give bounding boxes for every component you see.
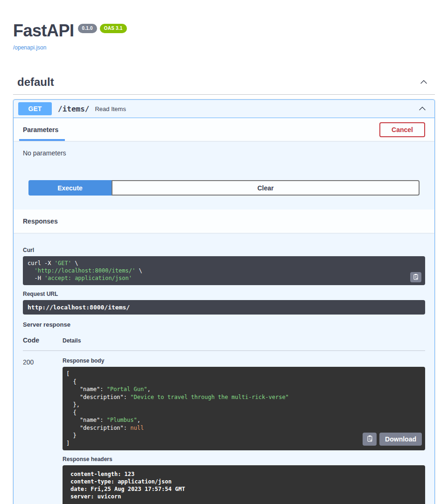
openapi-spec-link[interactable]: /openapi.json [13,44,46,51]
response-body-label: Response body [63,357,425,364]
server-response-label: Server response [23,321,425,328]
opblock-summary[interactable]: GET /items/ Read Items [14,100,434,118]
code-token: , [147,386,150,392]
response-body-actions: Download [363,433,422,446]
swagger-ui-page: FastAPI 0.1.0 OAS 3.1 /openapi.json defa… [0,0,448,504]
chevron-up-icon [418,108,427,115]
tag-section-header[interactable]: default [13,76,435,95]
active-tab-underline [19,139,65,141]
operation-summary: Read Items [95,105,126,112]
tab-parameters[interactable]: Parameters [23,126,58,133]
oas-badge: OAS 3.1 [100,24,127,33]
code-token-key: "description": [66,425,130,431]
code-line: "description": "Device to travel through… [66,393,420,401]
tag-title: default [17,76,54,89]
code-token-key: "name": [66,386,107,392]
code-line: date: Fri,25 Aug 2023 17:57:54 GMT [70,485,420,493]
code-line: "description": null [66,424,420,432]
code-token-key: "name": [66,417,107,423]
code-token-null: null [130,425,144,431]
code-token: -H [28,275,44,281]
responses-title: Responses [23,217,58,225]
code-token: , [137,417,140,423]
clipboard-copy-icon [413,273,419,281]
response-headers-block: content-length: 123content-type: applica… [63,465,425,504]
download-button[interactable]: Download [379,433,422,446]
request-url-value: http://localhost:8000/items/ [23,300,425,315]
clear-button[interactable]: Clear [112,180,420,196]
execute-button[interactable]: Execute [28,180,112,196]
code-token: [ [66,371,70,377]
code-line: { [66,409,420,417]
code-token-string: "Plumbus" [107,417,137,423]
response-details: Response body [ { "name": "Portal Gun", … [63,357,425,504]
code-token-string: "Portal Gun" [107,386,147,392]
code-token-string: "Device to travel through the multi-rick… [130,394,289,400]
api-title: FastAPI [13,22,74,39]
parameters-body: No parameters Execute Clear [14,141,434,210]
code-line: content-type: application/json [70,478,420,485]
opblock-get-items: GET /items/ Read Items Parameters Cancel… [13,99,435,504]
responses-header: Responses [14,210,434,233]
code-token: { [66,409,77,416]
status-code: 200 [23,357,63,504]
code-line: [ [66,370,420,378]
response-table-header: Code Details [23,336,425,344]
api-info-header: FastAPI 0.1.0 OAS 3.1 /openapi.json [13,22,435,51]
response-headers-label: Response headers [63,456,425,462]
code-line: 'http://localhost:8000/items/' \ [28,267,420,274]
http-method-badge: GET [18,102,52,115]
code-line: server: uvicorn [70,493,420,500]
response-row: 200 Response body [ { "name": "Portal Gu… [23,357,425,504]
code-token: curl -X [28,260,55,266]
response-body-code-block: [ { "name": "Portal Gun", "description":… [63,367,425,450]
details-column-header: Details [63,337,81,344]
operation-path: /items/ [58,105,89,113]
code-token-string: 'http://localhost:8000/items/' [28,267,135,274]
curl-code-block: curl -X 'GET' \ 'http://localhost:8000/i… [23,256,425,285]
parameters-header: Parameters Cancel [14,118,434,141]
code-line: "name": "Plumbus", [66,416,420,424]
clipboard-copy-icon [366,435,373,443]
collapse-operation-button[interactable] [415,104,430,113]
responses-body: Curl curl -X 'GET' \ 'http://localhost:8… [14,233,434,504]
version-badge: 0.1.0 [78,24,97,33]
code-line: curl -X 'GET' \ [28,259,420,267]
code-token: \ [71,260,78,266]
cancel-button[interactable]: Cancel [379,122,425,137]
execute-row: Execute Clear [28,180,420,196]
code-token: \ [135,267,142,274]
code-token-key: "description": [66,394,130,400]
collapse-section-button[interactable] [416,77,431,87]
tag-section-default: default GET /items/ Read Items Paramet [13,76,435,504]
code-line: content-length: 123 [70,470,420,478]
badges: 0.1.0 OAS 3.1 [78,24,127,33]
code-token-string: 'accept: application/json' [44,275,132,281]
code-line: { [66,378,420,386]
code-line: "name": "Portal Gun", [66,385,420,393]
curl-label: Curl [23,247,425,253]
code-token-string: 'GET' [55,260,71,266]
table-divider [23,350,425,351]
code-token: ] [66,440,70,447]
copy-response-button[interactable] [363,433,377,446]
no-parameters-text: No parameters [23,149,425,157]
request-url-label: Request URL [23,291,425,297]
code-token: { [66,378,77,385]
title-row: FastAPI 0.1.0 OAS 3.1 [13,22,435,39]
code-token: }, [66,401,80,408]
code-line: }, [66,401,420,409]
code-line: -H 'accept: application/json' [28,274,420,282]
chevron-up-icon [419,81,428,88]
code-column-header: Code [23,336,63,344]
copy-curl-button[interactable] [410,272,421,282]
code-token: } [66,432,77,439]
